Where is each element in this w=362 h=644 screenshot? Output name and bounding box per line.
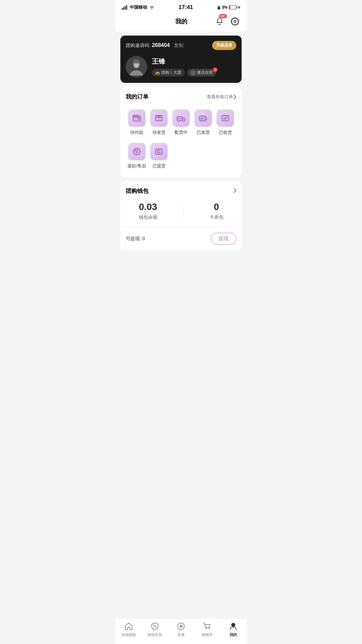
wallet-icon [132, 113, 141, 123]
wallet-arrow[interactable] [234, 188, 236, 194]
crown-icon [155, 71, 160, 75]
nav-tag-icon [150, 622, 160, 631]
svg-rect-0 [122, 8, 123, 10]
wallet-footer: 可提现: 0 提现 [126, 233, 236, 245]
shipped-icon-box [194, 109, 212, 127]
orders-title: 我的订单 [126, 93, 148, 101]
withdraw-button[interactable]: 提现 [211, 233, 236, 245]
play-icon [177, 622, 185, 631]
nav-item-profile[interactable]: 我的 [220, 622, 246, 637]
avatar-image [126, 56, 147, 77]
orders-header: 我的订单 查看所有订单 [126, 93, 236, 101]
badge2-text: 激活自营 [197, 70, 213, 75]
user-icon [229, 622, 238, 631]
pending-pay-label: 待付款 [130, 129, 143, 136]
svg-marker-33 [180, 625, 183, 628]
svg-point-31 [155, 627, 157, 628]
charging-icon [238, 5, 240, 9]
wallet-chevron-icon [234, 188, 236, 193]
notification-button[interactable]: 99+ [214, 16, 225, 27]
nav-cart-icon [202, 622, 212, 631]
wallet-vouchers-value: 0 [214, 202, 219, 212]
order-item-pending-ship[interactable]: 待发货 [148, 107, 170, 138]
bottom-nav: 热物团购 热物自营 直播 [116, 619, 246, 644]
signal-icon [122, 5, 128, 10]
bell-icon [215, 17, 224, 26]
wallet-section: 团购钱包 0.03 钱包余额 0 卡券包 可提现: 0 提现 [120, 181, 242, 251]
nav-home-label: 热物团购 [121, 632, 136, 637]
notification-badge: 99+ [219, 14, 227, 18]
nav-item-cart[interactable]: 购物车 [194, 622, 220, 637]
svg-point-7 [232, 18, 239, 25]
order-item-pending-pay[interactable]: 待付款 [126, 107, 148, 138]
refund-icon: ¥ [132, 147, 141, 156]
battery-icon [229, 5, 236, 9]
status-left: 中国移动 [122, 4, 155, 10]
svg-rect-3 [126, 5, 127, 10]
received-icon-box [217, 109, 234, 127]
wallet-divider [120, 227, 242, 227]
profile-name: 王锋 [152, 57, 216, 66]
invite-row: 团购邀请码: 268404 复制 升级进度 [126, 41, 236, 50]
order-icons-row2: ¥ 退款/售后 已退货 [126, 141, 236, 171]
shipped-label: 已发货 [197, 129, 210, 136]
svg-point-4 [152, 8, 152, 9]
received-icon [221, 113, 230, 123]
picking-icon-box [172, 109, 190, 127]
copy-button[interactable]: 复制 [174, 43, 183, 48]
order-item-refund[interactable]: ¥ 退款/售后 [126, 141, 148, 171]
wifi-icon [149, 5, 155, 9]
pending-ship-label: 待发货 [153, 129, 166, 136]
svg-rect-1 [123, 7, 124, 10]
svg-point-11 [191, 71, 195, 75]
returned-icon [154, 147, 164, 156]
lock-icon [217, 5, 221, 9]
avatar [126, 56, 147, 77]
upgrade-button[interactable]: 升级进度 [212, 41, 236, 50]
badge-alert: ! [213, 67, 218, 72]
nav-home-icon [124, 622, 133, 631]
nav-profile-icon [229, 622, 238, 631]
nav-cart-label: 购物车 [202, 632, 213, 637]
page-title: 我的 [148, 17, 214, 25]
badge-active[interactable]: 激活自营 ! [187, 69, 216, 76]
withdrawable-text: 可提现: 0 [126, 236, 145, 242]
svg-rect-17 [158, 116, 160, 117]
badge1-text: 团购｜大团 [161, 70, 181, 75]
profile-info: 王锋 团购｜大团 激活自营 ! [126, 56, 236, 77]
battery-percent: 3% [222, 5, 228, 10]
home-icon [124, 622, 133, 631]
badge-group[interactable]: 团购｜大团 [152, 69, 185, 76]
svg-point-19 [178, 120, 180, 122]
top-nav-icons: 99+ [214, 16, 240, 27]
refund-icon-box: ¥ [128, 143, 145, 160]
view-all-orders[interactable]: 查看所有订单 [207, 94, 236, 100]
wallet-header: 团购钱包 [126, 187, 236, 195]
nav-profile-label: 我的 [230, 632, 237, 637]
status-time: 17:41 [179, 4, 193, 11]
top-nav: 我的 99+ [116, 13, 246, 32]
pending-pay-icon-box [128, 109, 145, 127]
order-item-received[interactable]: 已收货 [214, 107, 236, 138]
order-item-picking[interactable]: 配货中 [170, 107, 192, 138]
status-right: 3% [217, 5, 240, 10]
invite-code: 268404 [152, 42, 170, 48]
order-item-returned[interactable]: 已退货 [148, 141, 170, 171]
svg-rect-2 [125, 6, 126, 10]
nav-item-live[interactable]: 直播 [168, 622, 194, 637]
received-label: 已收货 [219, 129, 232, 136]
wallet-vouchers-label: 卡券包 [209, 214, 224, 220]
settings-icon [231, 17, 239, 26]
orders-section: 我的订单 查看所有订单 待付款 [120, 87, 242, 177]
returned-icon-box [150, 143, 168, 160]
activate-icon [191, 70, 195, 75]
status-bar: 中国移动 17:41 3% [116, 0, 246, 13]
badges-row: 团购｜大团 激活自营 ! [152, 69, 216, 76]
nav-item-tag[interactable]: 热物自营 [142, 622, 168, 637]
wallet-balance-label: 钱包余额 [139, 214, 158, 220]
truck-icon [176, 113, 186, 123]
settings-button[interactable] [230, 16, 240, 27]
nav-item-home[interactable]: 热物团购 [116, 622, 142, 637]
order-item-shipped[interactable]: 已发货 [192, 107, 214, 138]
wallet-balance-item: 0.03 钱包余额 [139, 202, 158, 220]
